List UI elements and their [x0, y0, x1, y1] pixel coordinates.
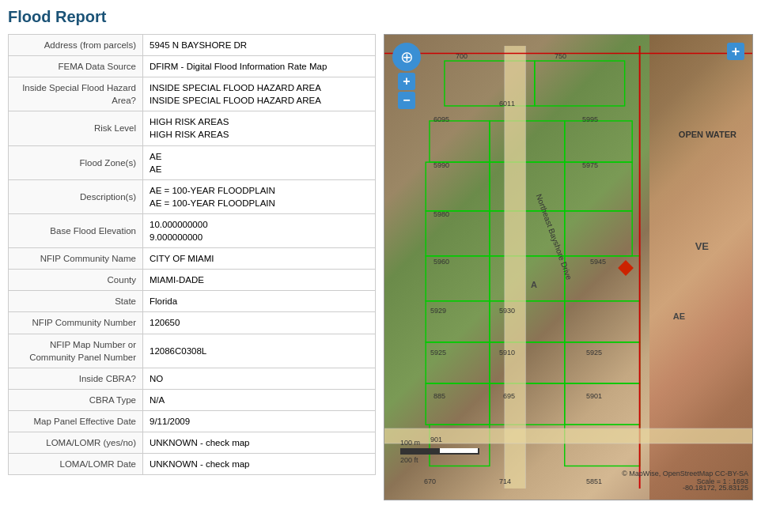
table-label-cell: NFIP Map Number or Community Panel Numbe…: [9, 334, 143, 368]
table-value-cell: MIAMI-DADE: [143, 270, 376, 291]
table-label-cell: County: [9, 270, 143, 291]
svg-rect-5: [426, 162, 490, 211]
scale-200ft: 200 ft: [400, 456, 418, 464]
table-label-cell: LOMA/LOMR (yes/no): [9, 432, 143, 453]
table-row: FEMA Data SourceDFIRM - Digital Flood In…: [9, 56, 376, 77]
street-num-5945: 5945: [590, 258, 606, 266]
street-num-5925: 5925: [430, 349, 446, 357]
street-num-5980: 5980: [434, 210, 449, 218]
street-num-5910: 5910: [499, 349, 515, 357]
zoom-in-button[interactable]: +: [398, 73, 415, 90]
coordinates: -80.18172, 25.83125: [683, 484, 748, 492]
table-row: NFIP Community Number120650: [9, 312, 376, 334]
table-value-cell: CITY OF MIAMI: [143, 248, 376, 270]
table-label-cell: FEMA Data Source: [9, 56, 143, 77]
table-row: Description(s)AE = 100-YEAR FLOODPLAINAE…: [9, 179, 376, 213]
svg-rect-20: [426, 383, 490, 424]
svg-rect-3: [490, 121, 565, 162]
table-row: CBRA TypeN/A: [9, 389, 376, 410]
map-section: + − + OPEN WATER VE AE A Northeast Baysh…: [384, 34, 753, 500]
zoom-out-button[interactable]: −: [398, 92, 415, 109]
table-row: LOMA/LOMR (yes/no)UNKNOWN - check map: [9, 432, 376, 453]
street-num-6011: 6011: [499, 100, 515, 108]
ae-label: AE: [673, 311, 685, 321]
street-num-5975: 5975: [582, 161, 598, 169]
map-aerial: + − + OPEN WATER VE AE A Northeast Baysh…: [384, 35, 752, 500]
svg-rect-6: [490, 162, 565, 211]
table-value-cell: Florida: [143, 291, 376, 312]
table-label-cell: NFIP Community Name: [9, 248, 143, 270]
copyright-text: © MapWise, OpenStreetMap CC-BY-SA: [622, 470, 748, 477]
street-num-5901: 5901: [586, 392, 602, 400]
table-value-cell: 5945 N BAYSHORE DR: [143, 35, 376, 56]
table-value-cell: UNKNOWN - check map: [143, 432, 376, 453]
table-row: CountyMIAMI-DADE: [9, 270, 376, 291]
street-num-750: 750: [555, 52, 566, 60]
table-value-cell: INSIDE SPECIAL FLOOD HAZARD AREAINSIDE S…: [143, 77, 376, 111]
svg-rect-1: [535, 61, 625, 106]
table-label-cell: Address (from parcels): [9, 35, 143, 56]
table-row: StateFlorida: [9, 291, 376, 312]
a-label: A: [531, 280, 537, 289]
table-row: Flood Zone(s)AEAE: [9, 145, 376, 179]
table-row: Inside Special Flood Hazard Area?INSIDE …: [9, 77, 376, 111]
street-num-5990: 5990: [434, 161, 449, 169]
table-value-cell: DFIRM - Digital Flood Information Rate M…: [143, 56, 376, 77]
table-section: Address (from parcels)5945 N BAYSHORE DR…: [8, 34, 376, 500]
table-label-cell: CBRA Type: [9, 389, 143, 410]
flood-data-table: Address (from parcels)5945 N BAYSHORE DR…: [8, 34, 376, 475]
svg-rect-10: [565, 211, 632, 256]
street-num-5930: 5930: [499, 307, 515, 315]
scale-line: [400, 448, 479, 455]
table-row: NFIP Community NameCITY OF MIAMI: [9, 248, 376, 270]
svg-rect-25: [505, 46, 526, 489]
street-num-5925b: 5925: [586, 349, 602, 357]
table-value-cell: 9/11/2009: [143, 410, 376, 432]
table-value-cell: HIGH RISK AREASHIGH RISK AREAS: [143, 111, 376, 145]
table-row: Inside CBRA?NO: [9, 368, 376, 389]
street-num-5851: 5851: [586, 477, 602, 485]
svg-rect-4: [565, 121, 632, 162]
table-label-cell: State: [9, 291, 143, 312]
table-label-cell: LOMA/LOMR Date: [9, 454, 143, 475]
open-water-label: OPEN WATER: [679, 130, 736, 139]
main-layout: Address (from parcels)5945 N BAYSHORE DR…: [8, 34, 753, 500]
svg-rect-12: [490, 256, 565, 301]
table-label-cell: Inside Special Flood Hazard Area?: [9, 77, 143, 111]
ve-label: VE: [695, 240, 709, 252]
table-row: LOMA/LOMR DateUNKNOWN - check map: [9, 454, 376, 475]
street-num-714: 714: [499, 477, 511, 485]
table-value-cell: NO: [143, 368, 376, 389]
table-value-cell: 120650: [143, 312, 376, 334]
scale-100m: 100 m: [400, 439, 420, 447]
table-value-cell: 12086C0308L: [143, 334, 376, 368]
table-row: Address (from parcels)5945 N BAYSHORE DR: [9, 35, 376, 56]
table-row: NFIP Map Number or Community Panel Numbe…: [9, 334, 376, 368]
table-label-cell: Map Panel Effective Date: [9, 410, 143, 432]
street-num-885: 885: [434, 392, 445, 400]
table-label-cell: Risk Level: [9, 111, 143, 145]
table-row: Base Flood Elevation10.0000000009.000000…: [9, 213, 376, 247]
table-value-cell: AEAE: [143, 145, 376, 179]
svg-rect-23: [565, 383, 640, 424]
table-row: Map Panel Effective Date9/11/2009: [9, 410, 376, 432]
svg-rect-22: [490, 383, 565, 424]
table-label-cell: Inside CBRA?: [9, 368, 143, 389]
svg-rect-2: [430, 121, 490, 162]
svg-rect-7: [565, 162, 632, 211]
street-num-5995: 5995: [582, 115, 598, 123]
street-num-5960: 5960: [434, 258, 449, 266]
table-label-cell: Base Flood Elevation: [9, 213, 143, 247]
street-num-6095: 6095: [434, 115, 449, 123]
table-value-cell: N/A: [143, 389, 376, 410]
street-num-700: 700: [456, 52, 468, 60]
street-num-670: 670: [424, 477, 436, 485]
table-value-cell: UNKNOWN - check map: [143, 454, 376, 475]
svg-rect-16: [565, 301, 640, 342]
page-title: Flood Report: [8, 8, 753, 26]
street-num-695: 695: [503, 392, 515, 400]
nav-control[interactable]: [392, 43, 421, 71]
table-value-cell: AE = 100-YEAR FLOODPLAINAE = 100-YEAR FL…: [143, 179, 376, 213]
zoom-in-right-button[interactable]: +: [727, 43, 744, 60]
table-label-cell: NFIP Community Number: [9, 312, 143, 334]
